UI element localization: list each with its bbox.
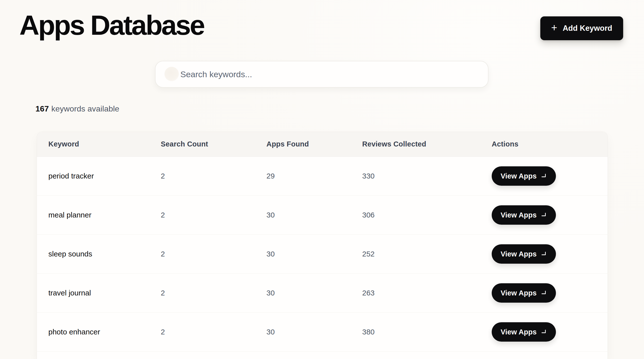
search-count-cell: 2 xyxy=(161,172,266,180)
view-apps-button[interactable]: View Apps xyxy=(492,166,556,186)
column-header-search-count: Search Count xyxy=(161,140,266,148)
keyword-cell: travel journal xyxy=(48,289,161,297)
corner-down-left-icon xyxy=(540,173,547,179)
page-title: Apps Database xyxy=(19,10,204,41)
apps-found-cell: 30 xyxy=(266,250,362,258)
keywords-table: Keyword Search Count Apps Found Reviews … xyxy=(37,132,608,359)
column-header-actions: Actions xyxy=(492,140,596,148)
corner-down-left-icon xyxy=(540,251,547,257)
view-apps-label: View Apps xyxy=(500,250,536,258)
actions-cell: View Apps xyxy=(492,244,596,264)
view-apps-label: View Apps xyxy=(500,211,536,219)
table-row: sleep sounds 2 30 252 View Apps xyxy=(37,235,608,274)
actions-cell: View Apps xyxy=(492,283,596,303)
table-row: photo enhancer 2 30 380 View Apps xyxy=(37,312,608,351)
table-row: travel journal 2 30 263 View Apps xyxy=(37,274,608,312)
search-bar xyxy=(155,61,488,88)
apps-found-cell: 30 xyxy=(266,328,362,336)
search-input[interactable] xyxy=(155,61,488,88)
reviews-collected-cell: 306 xyxy=(362,211,492,219)
view-apps-button[interactable]: View Apps xyxy=(492,283,556,303)
add-keyword-label: Add Keyword xyxy=(563,24,612,33)
search-count-cell: 2 xyxy=(161,211,266,219)
corner-down-left-icon xyxy=(540,290,547,296)
search-count-cell: 2 xyxy=(161,328,266,336)
apps-database-page: Apps Database + Add Keyword 167keywords … xyxy=(0,0,644,359)
apps-found-cell: 30 xyxy=(266,289,362,297)
reviews-collected-cell: 380 xyxy=(362,328,492,336)
keyword-cell: photo enhancer xyxy=(48,328,161,336)
search-count-cell: 2 xyxy=(161,289,266,297)
search-count-cell: 2 xyxy=(161,250,266,258)
view-apps-button[interactable]: View Apps xyxy=(492,322,556,342)
column-header-reviews-collected: Reviews Collected xyxy=(362,140,492,148)
view-apps-label: View Apps xyxy=(500,289,536,297)
view-apps-label: View Apps xyxy=(500,172,536,180)
keyword-cell: period tracker xyxy=(48,172,161,180)
apps-found-cell: 29 xyxy=(266,172,362,180)
corner-down-left-icon xyxy=(540,212,547,218)
view-apps-button[interactable]: View Apps xyxy=(492,244,556,264)
view-apps-button[interactable]: View Apps xyxy=(492,205,556,225)
keyword-cell: sleep sounds xyxy=(48,250,161,258)
table-header-row: Keyword Search Count Apps Found Reviews … xyxy=(37,132,608,157)
actions-cell: View Apps xyxy=(492,166,596,186)
apps-found-cell: 30 xyxy=(266,211,362,219)
actions-cell: View Apps xyxy=(492,205,596,225)
column-header-keyword: Keyword xyxy=(48,140,161,148)
table-row: meal planner 2 30 306 View Apps xyxy=(37,196,608,235)
keywords-count-number: 167 xyxy=(36,104,49,113)
keyword-cell: meal planner xyxy=(48,211,161,219)
view-apps-label: View Apps xyxy=(500,328,536,336)
plus-icon: + xyxy=(551,23,558,33)
actions-cell: View Apps xyxy=(492,322,596,342)
column-header-apps-found: Apps Found xyxy=(266,140,362,148)
table-body: period tracker 2 29 330 View Apps meal p… xyxy=(37,157,608,351)
keywords-count: 167keywords available xyxy=(36,104,119,114)
keywords-count-label: keywords available xyxy=(51,104,119,113)
reviews-collected-cell: 252 xyxy=(362,250,492,258)
reviews-collected-cell: 330 xyxy=(362,172,492,180)
reviews-collected-cell: 263 xyxy=(362,289,492,297)
table-row: period tracker 2 29 330 View Apps xyxy=(37,157,608,196)
add-keyword-button[interactable]: + Add Keyword xyxy=(540,16,623,40)
corner-down-left-icon xyxy=(540,329,547,335)
